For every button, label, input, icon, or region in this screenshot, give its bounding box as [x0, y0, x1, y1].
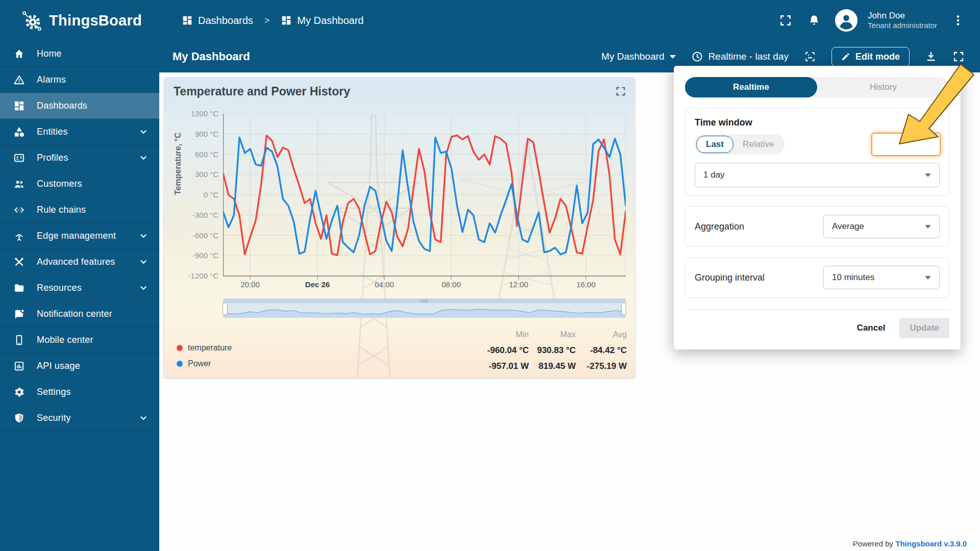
dashboard-select-value: My Dashboard [601, 51, 665, 62]
home-icon [13, 47, 26, 60]
grouping-interval-label: Grouping interval [695, 272, 765, 283]
x-tick-label: 16:00 [566, 280, 606, 289]
fullscreen-button[interactable] [778, 13, 793, 28]
user-avatar[interactable] [835, 9, 857, 32]
sidebar-item-label: Entities [37, 127, 138, 137]
profiles-icon [13, 152, 26, 164]
dashboard-icon [281, 15, 292, 26]
clock-icon [691, 51, 703, 63]
dashboard-fullscreen-button[interactable] [952, 51, 965, 63]
cancel-button[interactable]: Cancel [857, 323, 886, 333]
x-tick-label: 04:00 [364, 280, 405, 289]
sidebar-item-customers[interactable]: Customers [0, 171, 159, 197]
aggregation-select[interactable]: Average [823, 215, 940, 238]
tab-realtime[interactable]: Realtime [685, 77, 817, 97]
sidebar-item-mobile-center[interactable]: Mobile center [0, 327, 159, 353]
user-name: John Doe [868, 10, 937, 21]
edit-mode-button[interactable]: Edit mode [831, 47, 910, 67]
app-logo[interactable]: ThingsBoard [0, 9, 159, 32]
chevron-down-icon [138, 152, 149, 163]
sidebar-item-edge-management[interactable]: Edge management [0, 223, 159, 249]
stats-header: Min [478, 330, 529, 339]
tab-history[interactable]: History [817, 77, 949, 97]
chevron-down-icon [138, 412, 149, 423]
breadcrumb-current[interactable]: My Dashboard [281, 15, 363, 27]
entities-icon [13, 126, 26, 138]
more-menu-button[interactable] [950, 13, 966, 28]
pencil-icon [841, 52, 850, 61]
y-axis-label: Temperature, °C [174, 132, 183, 195]
top-header: ThingsBoard Dashboards > My Dashboard [0, 0, 980, 41]
person-icon [836, 10, 856, 31]
sidebar-item-api-usage[interactable]: API usage [0, 353, 159, 379]
legend-item-power[interactable]: Power [177, 356, 232, 371]
popup-tabs: Realtime History [685, 77, 949, 97]
sidebar-item-rule-chains[interactable]: Rule chains [0, 197, 159, 223]
edge-management-icon [13, 230, 26, 242]
chart-legend: temperaturePower [177, 340, 232, 371]
api-usage-icon [13, 360, 26, 372]
sidebar-item-dashboards[interactable]: Dashboards [0, 93, 159, 119]
sidebar-item-advanced-features[interactable]: Advanced features [0, 249, 159, 275]
resources-icon [13, 282, 26, 294]
mobile-center-icon [13, 334, 26, 346]
screenshot-button[interactable] [804, 51, 816, 63]
page-title: My Dashboard [173, 50, 250, 63]
toggle-last[interactable]: Last [696, 136, 733, 153]
aggregation-label: Aggregation [695, 221, 744, 232]
toggle-relative[interactable]: Relative [733, 136, 783, 153]
sidebar-item-entities[interactable]: Entities [0, 119, 159, 145]
image-icon [804, 51, 816, 63]
breadcrumb: Dashboards > My Dashboard [182, 15, 363, 27]
sidebar-item-home[interactable]: Home [0, 41, 159, 67]
sidebar-item-resources[interactable]: Resources [0, 275, 159, 301]
chart-widget: Temperature and Power History Temperatur… [164, 78, 634, 378]
x-tick-label: 12:00 [498, 280, 539, 289]
navigator-left-handle[interactable] [223, 303, 228, 315]
notifications-button[interactable] [806, 13, 822, 28]
dashboards-icon [182, 15, 193, 26]
widget-expand-button[interactable] [615, 86, 626, 99]
rule-chains-icon [13, 204, 26, 216]
download-icon [925, 51, 937, 63]
highlighted-input[interactable] [871, 133, 941, 156]
sidebar-item-alarms[interactable]: Alarms [0, 67, 159, 93]
navigator-right-handle[interactable] [621, 303, 626, 315]
last-relative-toggle: Last Relative [695, 134, 785, 155]
user-info[interactable]: John Doe Tenant administrator [868, 10, 937, 31]
interval-select[interactable]: 1 day [695, 163, 940, 187]
navigator-rail[interactable] [223, 298, 626, 303]
download-button[interactable] [925, 51, 937, 63]
chevron-down-icon [138, 74, 149, 85]
y-tick-label: -600 °C [175, 231, 218, 240]
update-button[interactable]: Update [899, 318, 949, 338]
chevron-down-icon [138, 256, 149, 267]
dashboard-select[interactable]: My Dashboard [601, 51, 676, 62]
line-chart [223, 114, 626, 280]
legend-item-temperature[interactable]: temperature [177, 340, 232, 356]
chevron-down-icon [138, 48, 149, 59]
grouping-interval-select[interactable]: 10 minutes [823, 266, 940, 289]
sidebar-item-profiles[interactable]: Profiles [0, 145, 159, 171]
sidebar-item-label: Alarms [37, 74, 138, 85]
alarms-icon [13, 73, 26, 86]
chevron-down-icon [925, 276, 931, 280]
sidebar-item-notification-center[interactable]: Notification center [0, 301, 159, 327]
sidebar-item-label: Settings [37, 387, 138, 397]
y-tick-label: -900 °C [175, 251, 218, 260]
sidebar-item-security[interactable]: Security [0, 405, 159, 431]
sidebar-item-settings[interactable]: Settings [0, 379, 159, 405]
chevron-down-icon [670, 55, 676, 59]
thingsboard-version-link[interactable]: Thingsboard v.3.9.0 [895, 539, 967, 548]
chevron-down-icon [138, 230, 149, 241]
breadcrumb-dashboards[interactable]: Dashboards [182, 15, 253, 27]
chevron-down-icon [138, 126, 149, 137]
customers-icon [13, 178, 26, 190]
chart-navigator[interactable] [223, 298, 626, 318]
time-window-label: Realtime - last day [708, 51, 789, 62]
sidebar-item-label: Advanced features [37, 257, 138, 267]
edit-mode-label: Edit mode [855, 52, 900, 62]
thingsboard-logo-icon [20, 9, 43, 32]
time-window-button[interactable]: Realtime - last day [691, 51, 789, 63]
stats-value: 819.45 W [529, 361, 576, 371]
